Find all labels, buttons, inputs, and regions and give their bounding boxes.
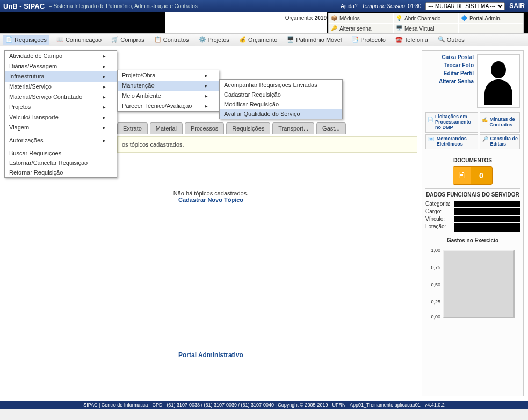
menu-telefonia[interactable]: ☎️Telefonia: [393, 35, 430, 45]
chevron-right-icon: ▸: [103, 83, 106, 90]
chevron-right-icon: ▸: [103, 104, 106, 111]
monitor-icon: 🖥️: [287, 36, 294, 44]
ql-alterar-senha[interactable]: 🔑Alterar senha: [329, 24, 393, 33]
header-strip: Orçamento: 2019 📦Módulos 💡Abrir Chamado …: [0, 12, 528, 33]
dd1-buscar[interactable]: Buscar Requisições: [5, 148, 117, 158]
tab-material[interactable]: Material: [150, 122, 183, 134]
ytick: 0,75: [425, 265, 440, 270]
ql-modulos[interactable]: 📦Módulos: [329, 13, 393, 23]
btn-memorandos[interactable]: 📧Memorandos Eletrônicos: [425, 134, 478, 149]
btn-licitacoes[interactable]: 📄Licitações em Processamento no DMP: [425, 112, 478, 133]
menu-orcamento[interactable]: 💰Orçamento: [237, 35, 279, 45]
dd3-avaliar[interactable]: Avaliar Qualidade do Serviço: [220, 109, 342, 119]
dd1-diarias[interactable]: Diárias/Passagem▸: [5, 61, 117, 71]
app-title: UnB - SIPAC: [3, 2, 45, 10]
cargo-value: [454, 208, 520, 215]
phone-icon: ☎️: [395, 36, 403, 44]
dd2-parecer[interactable]: Parecer Técnico/Avaliação▸: [118, 101, 219, 111]
gear-icon: ⚙️: [199, 36, 206, 44]
dd1-estornar[interactable]: Estornar/Cancelar Requisição: [5, 158, 117, 168]
center-message: Não há tópicos cadastrados. Cadastrar No…: [4, 190, 417, 203]
dd1-viagem[interactable]: Viagem▸: [5, 122, 117, 133]
chevron-right-icon: ▸: [103, 63, 106, 70]
desk-icon: 🖥️: [396, 25, 402, 32]
dd1-projetos[interactable]: Projetos▸: [5, 102, 117, 112]
message-box: os tópicos cadastrados.: [117, 136, 417, 153]
menu-protocolo[interactable]: 📑Protocolo: [349, 35, 387, 45]
dd1-autorizacoes[interactable]: Autorizações▸: [5, 135, 117, 146]
dd3-acompanhar[interactable]: Acompanhar Requisições Enviadas: [220, 80, 342, 90]
editar-perfil-link[interactable]: Editar Perfil: [425, 70, 474, 76]
gastos-chart: Gastos no Exercício 1,00 0,75 0,50 0,25 …: [425, 237, 520, 322]
menu-outros[interactable]: 🔍Outros: [436, 35, 467, 45]
tab-gastos[interactable]: Gast...: [316, 122, 345, 134]
clipboard-icon: 📋: [154, 36, 162, 44]
doc-icon: 🗎: [453, 167, 471, 184]
system-switch-select[interactable]: --- MUDAR DE SISTEMA ---: [425, 2, 505, 10]
trocar-foto-link[interactable]: Trocar Foto: [425, 62, 474, 68]
tab-processos[interactable]: Processos: [185, 122, 224, 134]
dd1-retornar[interactable]: Retornar Requisição: [5, 168, 117, 177]
tab-transporte[interactable]: Transport...: [272, 122, 314, 134]
doc-badge[interactable]: 🗎 0: [425, 166, 520, 185]
tab-requisicoes[interactable]: Requisições: [226, 122, 270, 134]
ql-portal-admin[interactable]: 🔷Portal Admin.: [459, 13, 523, 23]
portal-icon: 🔷: [461, 15, 467, 21]
app-subtitle: – Sistema Integrado de Patrimônio, Admin…: [49, 3, 198, 9]
dd2-meio-ambiente[interactable]: Meio Ambiente▸: [118, 91, 219, 101]
dd1-infraestrutura[interactable]: Infraestrutura▸: [5, 71, 117, 82]
dd1-atividade[interactable]: Atividade de Campo▸: [5, 51, 117, 61]
search-doc-icon: 🔎: [482, 136, 488, 147]
menubar: 📄Requisições 📖Comunicação 🛒Compras 📋Cont…: [0, 33, 528, 46]
cadastrar-topico-link[interactable]: Cadastrar Novo Tópico: [178, 197, 243, 203]
menu-requisicoes[interactable]: 📄Requisições: [3, 35, 49, 45]
help-link[interactable]: Ajuda?: [341, 3, 357, 9]
ql-mesa-virtual[interactable]: 🖥️Mesa Virtual: [394, 24, 458, 33]
chevron-right-icon: ▸: [205, 103, 208, 110]
chevron-right-icon: ▸: [103, 137, 106, 144]
caixa-postal-link[interactable]: Caixa Postal: [425, 54, 474, 60]
categoria-value: [454, 201, 520, 207]
exit-button[interactable]: SAIR: [509, 2, 525, 10]
dropdown-infraestrutura: Projeto/Obra▸ Manutenção▸ Meio Ambiente▸…: [117, 70, 219, 112]
key-icon: 🔑: [331, 25, 337, 32]
dd2-projeto-obra[interactable]: Projeto/Obra▸: [118, 70, 219, 81]
topbar: UnB - SIPAC – Sistema Integrado de Patri…: [0, 0, 528, 12]
avatar: [477, 54, 520, 108]
tab-extrato[interactable]: Extrato: [117, 122, 148, 134]
dd1-material-contratado[interactable]: Material/Serviço Contratado▸: [5, 92, 117, 102]
dd1-material[interactable]: Material/Serviço▸: [5, 82, 117, 92]
chevron-right-icon: ▸: [103, 73, 106, 80]
dd1-veiculo[interactable]: Veículo/Transporte▸: [5, 112, 117, 122]
papers-icon: 📄: [428, 117, 433, 128]
btn-editais[interactable]: 🔎Consulta de Editais: [480, 134, 520, 149]
sidebar: Caixa Postal Trocar Foto Editar Perfil A…: [422, 50, 524, 396]
chevron-right-icon: ▸: [103, 124, 106, 131]
chevron-right-icon: ▸: [103, 114, 106, 121]
chevron-right-icon: ▸: [205, 72, 208, 79]
quick-links: 📦Módulos 💡Abrir Chamado 🔷Portal Admin. 🔑…: [328, 13, 524, 34]
chevron-right-icon: ▸: [103, 93, 106, 100]
dd2-manutencao[interactable]: Manutenção▸: [118, 81, 219, 91]
portal-admin-label: Portal Administrativo: [4, 351, 417, 359]
menu-projetos[interactable]: ⚙️Projetos: [197, 35, 232, 45]
dropdown-requisicoes: Atividade de Campo▸ Diárias/Passagem▸ In…: [4, 50, 117, 178]
session-label: Tempo de Sessão: 01:30: [361, 3, 421, 9]
person-silhouette-icon: [480, 57, 517, 105]
dd3-modificar[interactable]: Modificar Requisição: [220, 99, 342, 109]
ql-abrir-chamado[interactable]: 💡Abrir Chamado: [394, 13, 458, 23]
menu-comunicacao[interactable]: 📖Comunicação: [54, 35, 104, 45]
vinculo-value: [454, 216, 520, 222]
chevron-right-icon: ▸: [205, 92, 208, 99]
ytick: 0,25: [425, 299, 440, 305]
pen-icon: ✍️: [482, 117, 488, 128]
btn-minutas[interactable]: ✍️Minutas de Contratos: [480, 112, 520, 133]
menu-contratos[interactable]: 📋Contratos: [152, 35, 191, 45]
dd3-cadastrar[interactable]: Cadastrar Requisição: [220, 90, 342, 99]
ytick: 1,00: [425, 248, 440, 253]
alterar-senha-link[interactable]: Alterar Senha: [425, 78, 474, 84]
menu-patrimonio[interactable]: 🖥️Patrimônio Móvel: [285, 35, 344, 45]
footer: SIPAC | Centro de Informática - CPD - (6…: [0, 401, 528, 409]
menu-compras[interactable]: 🛒Compras: [109, 35, 147, 45]
documentos-title: DOCUMENTOS: [425, 157, 520, 163]
